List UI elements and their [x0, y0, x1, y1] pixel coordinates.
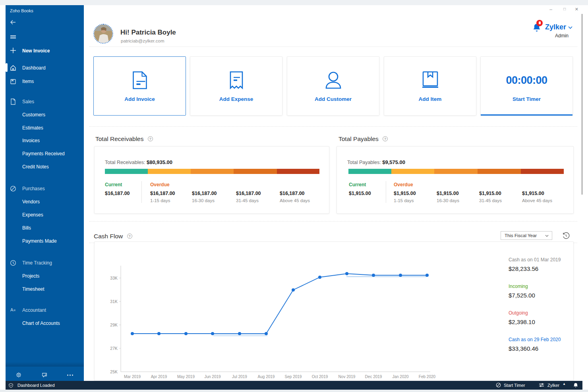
- svg-text:Feb 2020: Feb 2020: [419, 375, 436, 379]
- svg-text:Jan 2020: Jan 2020: [392, 375, 409, 379]
- svg-text:Nov 2019: Nov 2019: [338, 375, 356, 379]
- svg-text:Dec 2019: Dec 2019: [365, 375, 382, 379]
- svg-text:Mar 2019: Mar 2019: [124, 375, 141, 379]
- svg-text:25K: 25K: [110, 369, 118, 374]
- svg-text:May 2019: May 2019: [177, 375, 195, 379]
- svg-text:Sep 2019: Sep 2019: [285, 375, 302, 379]
- svg-text:Jun 2019: Jun 2019: [204, 375, 221, 379]
- svg-text:33K: 33K: [110, 276, 118, 280]
- svg-text:27K: 27K: [110, 346, 118, 351]
- svg-text:Jul 2019: Jul 2019: [232, 375, 247, 379]
- svg-text:Apr 2019: Apr 2019: [151, 375, 167, 379]
- svg-text:Oct 2019: Oct 2019: [312, 375, 328, 379]
- svg-text:29K: 29K: [110, 322, 118, 327]
- svg-text:Aug 2019: Aug 2019: [258, 375, 275, 379]
- svg-text:31K: 31K: [110, 299, 118, 304]
